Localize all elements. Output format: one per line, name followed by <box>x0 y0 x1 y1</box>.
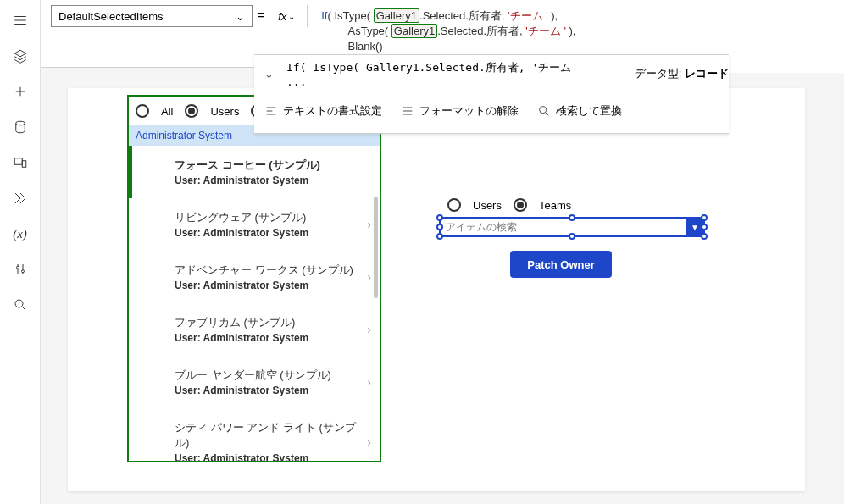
resize-handle[interactable] <box>436 214 443 221</box>
resize-handle[interactable] <box>569 233 575 240</box>
resize-handle[interactable] <box>701 214 708 221</box>
resize-handle[interactable] <box>701 233 708 240</box>
list-item[interactable]: ブルー ヤンダー航空 (サンプル) User: Administrator Sy… <box>129 356 380 408</box>
formula-preview: If( IsType( Gallery1.Selected.所有者, 'チーム … <box>286 60 593 88</box>
remove-format-button[interactable]: フォーマットの解除 <box>401 103 519 119</box>
property-dropdown-value: DefaultSelectedItems <box>58 10 164 23</box>
list-item[interactable]: アドベンチャー ワークス (サンプル) User: Administrator … <box>129 251 380 303</box>
svg-rect-1 <box>14 158 22 165</box>
layers-icon[interactable] <box>12 47 29 64</box>
search-icon[interactable] <box>12 296 29 313</box>
canvas: All Users Teams Administrator System フォー… <box>68 88 805 491</box>
svg-point-5 <box>15 300 23 307</box>
scrollbar[interactable] <box>374 197 378 298</box>
chevron-right-icon: › <box>367 435 371 449</box>
patch-owner-button[interactable]: Patch Owner <box>510 251 612 278</box>
property-dropdown[interactable]: DefaultSelectedItems ⌄ <box>51 5 253 27</box>
combobox-selected[interactable]: ▼ <box>439 217 705 237</box>
list-item[interactable]: シティ パワー アンド ライト (サンプル) User: Administrat… <box>129 408 380 461</box>
svg-point-6 <box>540 107 547 114</box>
radio-teams-2[interactable] <box>514 198 527 212</box>
hamburger-icon[interactable] <box>12 12 29 29</box>
svg-rect-2 <box>22 161 26 168</box>
list-item[interactable]: ファブリカム (サンプル) User: Administrator System… <box>129 303 380 356</box>
owner-type-radios: Users Teams <box>447 198 571 212</box>
find-replace-button[interactable]: 検索して置換 <box>537 103 622 119</box>
expand-icon[interactable]: ⌄ <box>264 68 278 80</box>
list-item[interactable]: フォース コーヒー (サンプル) User: Administrator Sys… <box>129 146 380 198</box>
chevron-right-icon: › <box>367 375 371 389</box>
datatype-label: データ型: レコード <box>635 66 729 81</box>
radio-users[interactable] <box>185 104 198 118</box>
chevron-down-icon: ⌄ <box>236 10 245 23</box>
database-icon[interactable] <box>12 119 29 136</box>
gallery-panel: All Users Teams Administrator System フォー… <box>127 95 381 462</box>
resize-handle[interactable] <box>569 214 575 221</box>
left-rail: (x) <box>0 0 41 504</box>
resize-handle[interactable] <box>436 224 443 230</box>
chevron-right-icon: › <box>367 323 371 336</box>
gallery-body: フォース コーヒー (サンプル) User: Administrator Sys… <box>129 146 380 461</box>
combobox-input[interactable] <box>441 221 686 233</box>
list-item[interactable]: リビングウェア (サンプル) User: Administrator Syste… <box>129 198 380 251</box>
plus-icon[interactable] <box>12 83 29 100</box>
chevron-right-icon: › <box>367 218 371 231</box>
settings-icon[interactable] <box>12 261 29 278</box>
flow-icon[interactable] <box>12 190 29 207</box>
variable-icon[interactable]: (x) <box>12 225 29 242</box>
fx-button[interactable]: fx⌄ <box>269 5 303 27</box>
svg-point-3 <box>16 266 19 269</box>
formula-result-bar: ⌄ If( IsType( Gallery1.Selected.所有者, 'チー… <box>254 54 729 134</box>
radio-all[interactable] <box>136 104 149 118</box>
svg-point-4 <box>21 270 24 273</box>
devices-icon[interactable] <box>12 154 29 171</box>
format-text-button[interactable]: テキストの書式設定 <box>264 103 382 119</box>
equals-label: = <box>258 8 264 22</box>
radio-users-2[interactable] <box>447 198 461 212</box>
resize-handle[interactable] <box>436 233 443 240</box>
resize-handle[interactable] <box>701 224 708 230</box>
chevron-right-icon: › <box>367 270 371 284</box>
svg-point-0 <box>15 121 25 125</box>
